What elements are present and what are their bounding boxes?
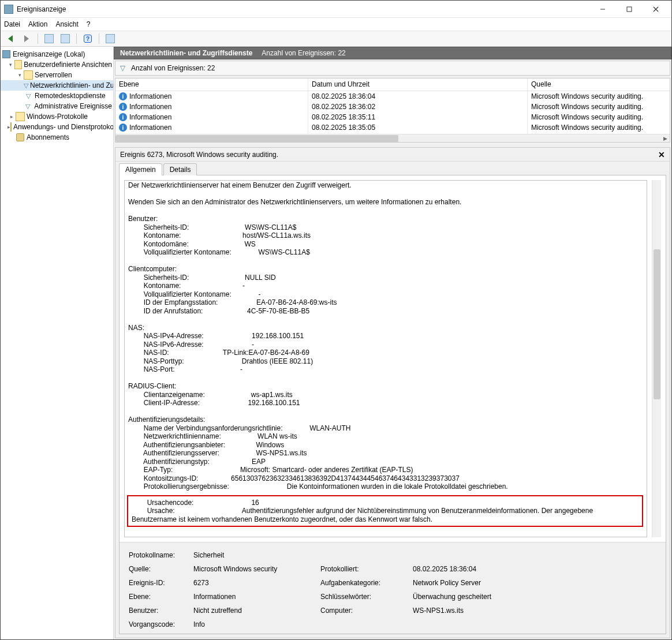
detail-titlebar: Ereignis 6273, Microsoft Windows securit… xyxy=(115,148,670,162)
event-row[interactable]: iInformationen 08.02.2025 18:35:05 Micro… xyxy=(115,122,670,133)
col-source[interactable]: Quelle xyxy=(528,78,670,91)
subscriptions-icon xyxy=(16,133,25,142)
tree-pane: Ereignisanzeige (Lokal) ▾ Benutzerdefini… xyxy=(1,47,114,639)
event-list: Ebene Datum und Uhrzeit Quelle iInformat… xyxy=(115,78,670,143)
chevron-down-icon[interactable]: ▾ xyxy=(8,62,14,68)
sum-logged-label: Protokolliert: xyxy=(320,565,413,573)
back-button[interactable] xyxy=(4,32,17,45)
minimize-button[interactable] xyxy=(589,1,616,17)
sum-src-value: Microsoft Windows security xyxy=(193,565,320,573)
sum-cat-label: Aufgabenkategorie: xyxy=(320,579,413,587)
event-source: Microsoft Windows security auditing. xyxy=(528,101,670,113)
event-row[interactable]: iInformationen 08.02.2025 18:35:11 Micro… xyxy=(115,112,670,122)
arrow-right-icon xyxy=(24,35,29,42)
window-title: Ereignisanzeige xyxy=(17,5,589,13)
horizontal-scrollbar[interactable]: ▶ xyxy=(115,134,670,142)
folder-icon xyxy=(24,70,33,80)
folder-icon xyxy=(14,60,23,69)
tree-windows-logs[interactable]: ▸ Windows-Protokolle xyxy=(1,111,113,122)
event-summary: Protokollname: Sicherheit Quelle: Micros… xyxy=(120,542,666,634)
col-level[interactable]: Ebene xyxy=(115,78,308,91)
menu-help[interactable]: ? xyxy=(87,20,91,28)
sum-eid-value: 6273 xyxy=(193,579,320,587)
filter-bar: ▽ Anzahl von Ereignissen: 22 xyxy=(115,61,670,76)
tree-subscriptions-label: Abonnements xyxy=(27,133,69,141)
tree-nps[interactable]: ▽ Netzwerkrichtlinien- und Zugriffsdiens… xyxy=(1,80,113,91)
titlebar: Ereignisanzeige xyxy=(1,1,671,18)
info-icon: i xyxy=(119,123,127,132)
menu-view[interactable]: Ansicht xyxy=(55,20,78,28)
event-row[interactable]: iInformationen 08.02.2025 18:36:02 Micro… xyxy=(115,102,670,112)
filter-icon: ▽ xyxy=(24,102,33,111)
filter-count: Anzahl von Ereignissen: 22 xyxy=(131,64,215,72)
event-datetime: 08.02.2025 18:35:05 xyxy=(308,122,528,133)
toolbar-button-3[interactable] xyxy=(104,32,117,45)
vertical-scrollbar[interactable] xyxy=(652,180,661,537)
tree-rds[interactable]: ▽ Remotedesktopdienste xyxy=(1,91,113,101)
category-title: Netzwerkrichtlinien- und Zugriffsdienste xyxy=(120,49,252,57)
tree-app-services[interactable]: ▸ Anwendungs- und Dienstprotokolle xyxy=(1,122,113,132)
col-datetime[interactable]: Datum und Uhrzeit xyxy=(308,78,528,91)
tree-root[interactable]: Ereignisanzeige (Lokal) xyxy=(1,49,113,59)
menu-action[interactable]: Aktion xyxy=(28,20,47,28)
chevron-down-icon[interactable]: ▾ xyxy=(16,72,24,78)
detail-pane-icon xyxy=(106,34,115,43)
toolbar-button-2[interactable] xyxy=(59,32,72,45)
event-source: Microsoft Windows security auditing. xyxy=(528,122,670,133)
sum-log-label: Protokollname: xyxy=(129,551,193,559)
event-level: Informationen xyxy=(129,113,171,121)
tree-custom-views-label: Benutzerdefinierte Ansichten xyxy=(24,61,112,69)
event-row[interactable]: iInformationen 08.02.2025 18:36:04 Micro… xyxy=(115,91,670,102)
sum-cmp-value: WS-NPS1.ws.its xyxy=(413,607,656,615)
event-text: Der Netzwerkrichtlinienserver hat einem … xyxy=(125,180,647,493)
scrollbar-thumb[interactable] xyxy=(115,135,398,142)
tree-admin-events[interactable]: ▽ Administrative Ereignisse xyxy=(1,101,113,111)
right-pane: Netzwerkrichtlinien- und Zugriffsdienste… xyxy=(114,47,671,639)
close-detail-button[interactable]: ✕ xyxy=(658,150,665,159)
event-list-body: iInformationen 08.02.2025 18:36:04 Micro… xyxy=(115,91,670,134)
scroll-right-icon[interactable]: ▶ xyxy=(660,134,670,143)
sum-kw-label: Schlüsselwörter: xyxy=(320,593,413,601)
chevron-right-icon[interactable]: ▸ xyxy=(8,114,16,119)
tree-custom-views[interactable]: ▾ Benutzerdefinierte Ansichten xyxy=(1,59,113,70)
category-count: Anzahl von Ereignissen: 22 xyxy=(262,49,345,57)
sum-lvl-value: Informationen xyxy=(193,593,320,601)
scrollbar-thumb[interactable] xyxy=(654,249,660,399)
forward-button[interactable] xyxy=(20,32,33,45)
category-header: Netzwerkrichtlinien- und Zugriffsdienste… xyxy=(114,47,671,59)
tree-server-roles-label: Serverrollen xyxy=(35,71,72,79)
separator xyxy=(38,33,38,44)
sum-usr-value: Nicht zutreffend xyxy=(193,607,320,615)
info-icon: i xyxy=(119,103,127,111)
sum-cmp-label: Computer: xyxy=(320,607,413,615)
sum-src-label: Quelle: xyxy=(129,565,193,573)
menu-file[interactable]: Datei xyxy=(4,20,20,28)
tree-nps-label: Netzwerkrichtlinien- und Zugriffsdienste xyxy=(30,81,113,89)
tree-admin-events-label: Administrative Ereignisse xyxy=(34,102,112,110)
sum-op-value: Info xyxy=(193,620,320,628)
info-icon: i xyxy=(119,113,127,121)
sum-cat-value: Network Policy Server xyxy=(413,579,656,587)
tree-windows-logs-label: Windows-Protokolle xyxy=(27,113,88,121)
close-button[interactable] xyxy=(643,1,669,17)
info-icon: i xyxy=(119,92,127,100)
event-datetime: 08.02.2025 18:35:11 xyxy=(308,111,528,123)
separator xyxy=(99,33,99,44)
svg-rect-1 xyxy=(627,7,632,12)
tab-details[interactable]: Details xyxy=(163,163,197,175)
tree-subscriptions[interactable]: Abonnements xyxy=(1,132,113,143)
maximize-button[interactable] xyxy=(616,1,643,17)
sum-logged-value: 08.02.2025 18:36:04 xyxy=(413,565,656,573)
event-level: Informationen xyxy=(129,92,171,100)
toolbar: ? xyxy=(1,31,671,47)
funnel-icon: ▽ xyxy=(120,64,125,72)
toolbar-help-button[interactable]: ? xyxy=(81,32,94,45)
event-level: Informationen xyxy=(129,103,171,111)
sum-log-value: Sicherheit xyxy=(193,551,320,559)
sum-usr-label: Benutzer: xyxy=(129,607,193,615)
tree-server-roles[interactable]: ▾ Serverrollen xyxy=(1,70,113,80)
toolbar-button-1[interactable] xyxy=(43,32,55,45)
tab-general[interactable]: Allgemein xyxy=(119,163,162,175)
sum-lvl-label: Ebene: xyxy=(129,593,193,601)
tab-general-body: Der Netzwerkrichtlinienserver hat einem … xyxy=(119,175,666,634)
